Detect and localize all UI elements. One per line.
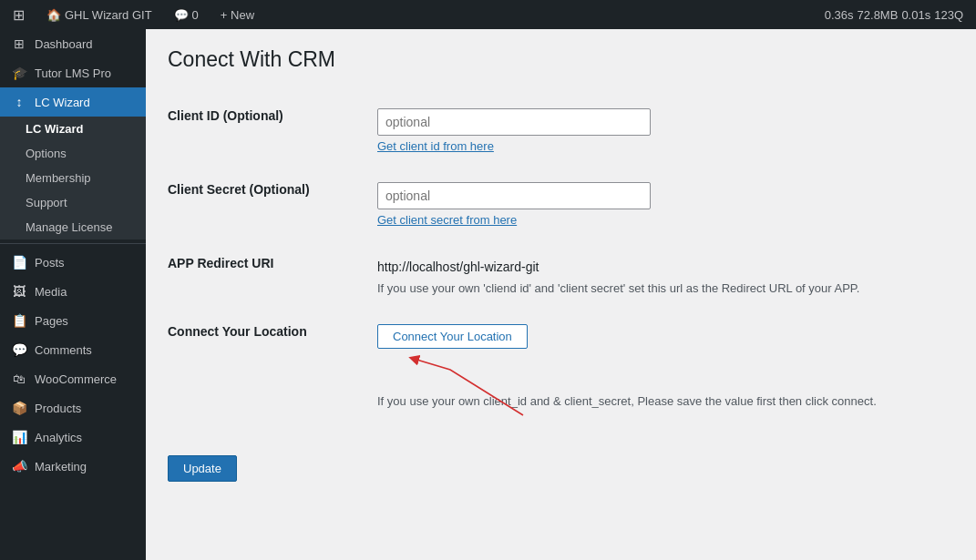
- sidebar-subitem-manage-license[interactable]: Manage License: [0, 215, 146, 239]
- sidebar-submenu-lc-wizard: LC Wizard Options Membership Support Man…: [0, 117, 146, 239]
- connect-location-label: Connect Your Location: [168, 324, 307, 339]
- sidebar-item-dashboard-label: Dashboard: [35, 37, 93, 51]
- sidebar-subitem-options-label: Options: [26, 147, 67, 160]
- media-icon: 🖼: [11, 284, 27, 299]
- client-id-input[interactable]: [377, 108, 651, 136]
- comments-icon: 💬: [174, 8, 189, 22]
- sidebar-subitem-lc-wizard-main[interactable]: LC Wizard: [0, 117, 146, 141]
- admin-bar: ⊞ 🏠 GHL Wizard GIT 💬 0 + New 0.36s 72.8M…: [0, 0, 976, 29]
- update-button[interactable]: Update: [168, 455, 237, 482]
- sidebar-item-comments[interactable]: 💬 Comments: [0, 335, 146, 364]
- sidebar-item-tutor-lms[interactable]: 🎓 Tutor LMS Pro: [0, 58, 146, 87]
- connect-location-note: If you use your own client_id and & clie…: [377, 394, 924, 408]
- admin-bar-wp-logo[interactable]: ⊞: [7, 0, 30, 29]
- analytics-icon: 📊: [11, 430, 27, 444]
- sidebar-item-tutor-lms-label: Tutor LMS Pro: [35, 66, 111, 80]
- sidebar-item-products-label: Products: [35, 402, 81, 415]
- sidebar-comments-icon: 💬: [11, 342, 27, 357]
- connect-location-section: Connect Your Location If you use your ow…: [377, 324, 945, 426]
- admin-bar-timing: 0.36s 72.8MB 0.01s 123Q: [819, 0, 969, 29]
- sidebar: ⊞ Dashboard 🎓 Tutor LMS Pro ↕ LC Wizard …: [0, 29, 146, 560]
- sidebar-subitem-support-label: Support: [26, 196, 67, 209]
- client-id-label: Client ID (Optional): [168, 108, 283, 123]
- sidebar-item-pages-label: Pages: [35, 314, 68, 328]
- sidebar-subitem-manage-license-label: Manage License: [26, 220, 112, 234]
- connect-location-button[interactable]: Connect Your Location: [377, 324, 528, 349]
- admin-bar-new-label: + New: [221, 8, 254, 22]
- arrow-decoration: [377, 351, 560, 424]
- redirect-uri-note: If you use your own 'cliend id' and 'cli…: [377, 281, 945, 295]
- sidebar-subitem-support[interactable]: Support: [0, 190, 146, 215]
- admin-bar-comment-count: 0: [192, 8, 199, 22]
- sidebar-item-analytics-label: Analytics: [35, 431, 82, 444]
- sidebar-item-lc-wizard-label: LC Wizard: [35, 96, 90, 109]
- woocommerce-icon: 🛍: [11, 372, 27, 386]
- admin-bar-site[interactable]: 🏠 GHL Wizard GIT: [41, 0, 158, 29]
- client-id-row: Client ID (Optional) Get client id from …: [168, 94, 954, 168]
- pages-icon: 📋: [11, 313, 27, 328]
- sidebar-item-posts[interactable]: 📄 Posts: [0, 248, 146, 277]
- sidebar-item-posts-label: Posts: [35, 256, 65, 270]
- client-id-link[interactable]: Get client id from here: [377, 139, 945, 153]
- redirect-uri-value: http://localhost/ghl-wizard-git: [377, 256, 945, 278]
- page-title: Conect With CRM: [168, 47, 954, 72]
- sidebar-separator: [0, 243, 146, 244]
- posts-icon: 📄: [11, 255, 27, 270]
- sidebar-subitem-membership[interactable]: Membership: [0, 166, 146, 190]
- sidebar-item-dashboard[interactable]: ⊞ Dashboard: [0, 29, 146, 58]
- admin-bar-new[interactable]: + New: [215, 0, 260, 29]
- sidebar-item-woocommerce[interactable]: 🛍 WooCommerce: [0, 364, 146, 393]
- sidebar-item-lc-wizard[interactable]: ↕ LC Wizard: [0, 87, 146, 117]
- site-icon: 🏠: [46, 8, 61, 22]
- dashboard-icon: ⊞: [11, 36, 27, 51]
- connect-location-row: Connect Your Location Connect Your Locat…: [168, 310, 954, 441]
- sidebar-item-woocommerce-label: WooCommerce: [35, 372, 117, 386]
- admin-bar-comments[interactable]: 💬 0: [169, 0, 204, 29]
- client-secret-link[interactable]: Get client secret from here: [377, 213, 945, 227]
- sidebar-item-media-label: Media: [35, 285, 67, 299]
- sidebar-item-comments-label: Comments: [35, 343, 92, 357]
- sidebar-item-marketing-label: Marketing: [35, 460, 87, 473]
- app-redirect-uri-label: APP Redirect URI: [168, 256, 273, 270]
- client-secret-label: Client Secret (Optional): [168, 182, 310, 197]
- sidebar-item-analytics[interactable]: 📊 Analytics: [0, 423, 146, 452]
- crm-form: Client ID (Optional) Get client id from …: [168, 94, 954, 441]
- products-icon: 📦: [11, 401, 27, 415]
- wp-logo-icon: ⊞: [13, 6, 25, 24]
- sidebar-item-marketing[interactable]: 📣 Marketing: [0, 452, 146, 481]
- main-content: Conect With CRM Client ID (Optional) Get…: [146, 29, 976, 560]
- sidebar-subitem-lc-wizard-main-label: LC Wizard: [26, 122, 83, 136]
- sidebar-item-products[interactable]: 📦 Products: [0, 393, 146, 423]
- admin-bar-site-name: GHL Wizard GIT: [65, 8, 152, 22]
- marketing-icon: 📣: [11, 459, 27, 473]
- sidebar-item-pages[interactable]: 📋 Pages: [0, 306, 146, 335]
- sidebar-item-media[interactable]: 🖼 Media: [0, 277, 146, 306]
- sidebar-subitem-membership-label: Membership: [26, 171, 91, 185]
- client-secret-input[interactable]: [377, 182, 651, 209]
- tutor-lms-icon: 🎓: [11, 66, 27, 80]
- client-secret-row: Client Secret (Optional) Get client secr…: [168, 168, 954, 241]
- lc-wizard-icon: ↕: [11, 95, 27, 109]
- sidebar-subitem-options[interactable]: Options: [0, 141, 146, 166]
- app-redirect-uri-row: APP Redirect URI http://localhost/ghl-wi…: [168, 241, 954, 310]
